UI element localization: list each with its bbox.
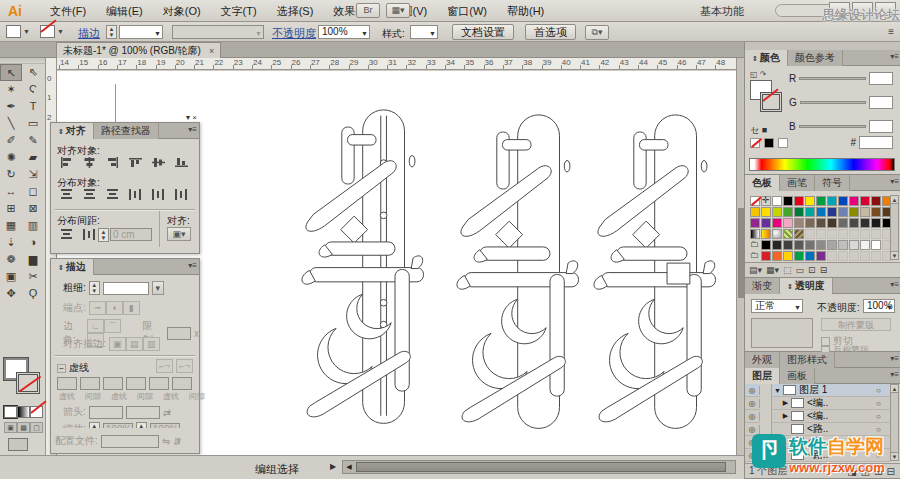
r-slider[interactable] [799, 77, 866, 80]
swatch-#5f5142[interactable] [816, 218, 826, 228]
swatch-#737373[interactable] [805, 240, 815, 250]
artwork-outline-characters[interactable] [293, 100, 729, 445]
arrowhead-start-combo[interactable]: ▾ [89, 406, 123, 419]
align-v-top-button[interactable] [125, 156, 145, 170]
collapse-controlbar-icon[interactable]: ≡ [888, 26, 894, 37]
expand-triangle-icon[interactable]: ▼ [772, 387, 783, 394]
expand-triangle-icon[interactable]: ▶ [780, 399, 791, 407]
swatch-#6b6b6b[interactable] [838, 218, 848, 228]
column-graph-tool[interactable]: ▆ [22, 251, 44, 268]
gradient-tool[interactable]: ▥ [22, 217, 44, 234]
dash-preset-0-button[interactable]: ⌐¬ [156, 359, 173, 373]
none-swatch[interactable] [750, 138, 760, 148]
swatches-footer-icon-4[interactable]: ⊡ [808, 265, 816, 275]
panel-collapse-close-icons[interactable]: ▾ × [186, 113, 197, 122]
layer-name[interactable]: 图层 1 [799, 383, 876, 397]
dash-field-1[interactable] [80, 377, 100, 390]
corner-1-button[interactable]: ⌒ [104, 319, 121, 333]
visibility-eye-icon[interactable]: ◎ [745, 412, 760, 421]
black-swatch[interactable] [764, 138, 774, 148]
panel-menu-icon[interactable]: ▾≡ [890, 177, 899, 186]
artboard-tool[interactable]: ▣ [0, 268, 22, 285]
swatch-#66309a[interactable] [761, 218, 771, 228]
color-button[interactable] [4, 406, 17, 418]
scrollbar-thumb[interactable] [356, 462, 726, 472]
opacity-combo[interactable]: 100%▼ [318, 25, 370, 39]
swatches-footer-icon-1[interactable]: ▦▾ [766, 265, 779, 275]
distribute-dh-center-button[interactable] [148, 188, 168, 202]
menu-对象(O)[interactable]: 对象(O) [153, 1, 211, 22]
dash-field-5[interactable] [172, 377, 192, 390]
swatches-footer-icon-0[interactable]: ▤▾ [749, 265, 762, 275]
limit-input[interactable] [167, 327, 191, 340]
swatch-#000000[interactable] [783, 196, 793, 206]
tab-close-icon[interactable]: × [209, 46, 214, 56]
tab-symbols[interactable]: 符号 [815, 175, 850, 191]
swatch-grad-sphere[interactable] [772, 229, 782, 239]
tab-transparency[interactable]: ⇕ 透明度 [780, 278, 833, 294]
document-tab[interactable]: 未标题-1* @ 100% (RGB/轮廓)× [56, 42, 221, 58]
swatches-scrollbar[interactable]: ▲▼ [890, 195, 899, 260]
canvas-vertical-scrollbar[interactable] [736, 58, 744, 455]
swatch-#c5b9a1[interactable] [860, 207, 870, 217]
b-input[interactable] [869, 120, 893, 133]
last-color-icon[interactable]: セ ■ [750, 124, 767, 137]
expand-triangle-icon[interactable]: ▶ [780, 412, 791, 420]
swatch-#f26522[interactable] [772, 251, 782, 261]
document-setup-button[interactable]: 文档设置 [452, 24, 514, 40]
visibility-eye-icon[interactable]: ◎ [745, 425, 760, 434]
distribute-dv-top-button[interactable] [56, 188, 76, 202]
swatch-grad-bw[interactable] [750, 229, 760, 239]
swatch-#d5202a[interactable] [761, 251, 771, 261]
swatch-#0077c0[interactable] [816, 207, 826, 217]
swatch-#6e82b5[interactable] [838, 207, 848, 217]
align-stroke-1-button[interactable]: ▤ [126, 337, 143, 351]
target-circle-icon[interactable]: ○ [876, 386, 890, 395]
swatch-#0072bc[interactable] [805, 251, 815, 261]
tab-color[interactable]: ⇕ 颜色 [745, 50, 788, 66]
weight-input[interactable] [103, 282, 149, 295]
spacing-sp-h-button[interactable] [79, 228, 99, 242]
workspace-switcher[interactable]: 基本功能 [700, 4, 744, 19]
eraser-tool[interactable]: ▰ [22, 149, 44, 166]
tab-appearance[interactable]: 外观 [745, 352, 780, 368]
magic-wand-tool[interactable]: ✶ [0, 81, 22, 98]
dash-field-0[interactable] [57, 377, 77, 390]
swatch-#9b8579[interactable] [794, 218, 804, 228]
g-input[interactable] [869, 96, 893, 109]
swatch-#243a8f[interactable] [827, 207, 837, 217]
tab-artboards[interactable]: 画板 [780, 368, 815, 384]
draw-behind-button[interactable]: ▩ [17, 422, 30, 433]
hex-input[interactable] [859, 136, 893, 149]
swatch-#00a79d[interactable] [805, 207, 815, 217]
swatches-footer-icon-2[interactable]: ⬚ [783, 265, 792, 275]
distribute-dv-bottom-button[interactable] [102, 188, 122, 202]
distribute-dv-center-button[interactable] [79, 188, 99, 202]
arrowhead-end-combo[interactable]: ▾ [126, 406, 160, 419]
cap-2-button[interactable]: ▮ [123, 301, 140, 315]
white-swatch[interactable] [778, 138, 788, 148]
swatch-#00a14b[interactable] [794, 251, 804, 261]
panel-menu-icon[interactable]: ▾≡ [890, 354, 899, 363]
zoom-tool[interactable]: Ϙ [22, 285, 44, 302]
tab-gradient[interactable]: 渐变 [745, 278, 780, 294]
hand-tool[interactable]: ✥ [0, 285, 22, 302]
swatches-footer-icon-5[interactable]: ⊟ [820, 265, 828, 275]
visibility-eye-icon[interactable]: ◎ [745, 399, 760, 408]
draw-normal-button[interactable]: ▣ [4, 422, 17, 433]
g-slider[interactable] [800, 101, 866, 104]
swatch-#1a1a1a[interactable] [871, 218, 881, 228]
screen-mode-button[interactable] [8, 438, 28, 451]
tab-layers[interactable]: 图层 [745, 368, 780, 384]
align-glyphs-button[interactable]: ⧉▾ [585, 25, 609, 40]
swatch-#8a8c00[interactable] [849, 207, 859, 217]
swatch-#595959[interactable] [794, 240, 804, 250]
dashed-line-checkbox[interactable]: − [57, 364, 66, 373]
swatch-#42a62a[interactable] [783, 207, 793, 217]
selection-tool[interactable]: ↖ [0, 64, 22, 81]
blend-tool[interactable]: ◑ [22, 234, 44, 251]
dash-field-4[interactable] [149, 377, 169, 390]
visibility-eye-icon[interactable]: ◎ [745, 386, 760, 395]
swatch-#7b6a58[interactable] [805, 218, 815, 228]
align-h-left-button[interactable] [56, 156, 76, 170]
